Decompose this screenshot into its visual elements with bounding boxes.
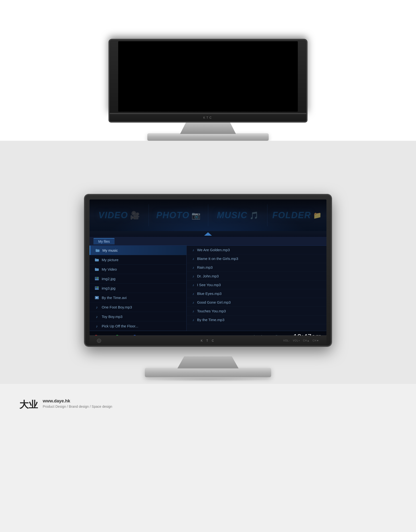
svg-rect-2 <box>96 249 97 250</box>
file-name-my-video: My Video <box>102 267 117 271</box>
nav-tabs-bar: VIDEO 🎥 PHOTO 📷 MUSIC 🎵 <box>90 200 326 231</box>
vol-minus-label: VOL- <box>283 339 290 342</box>
music-item-2[interactable]: ♪ Rain.mp3 <box>187 263 326 272</box>
file-name-toyboy: Toy Boy.mp3 <box>102 314 123 319</box>
file-item-my-picture[interactable]: My picture <box>90 255 186 265</box>
folder-tab-icon: 📁 <box>313 211 321 219</box>
music-item-1[interactable]: ♪ Blame It on the Girls.mp3 <box>187 254 326 263</box>
brand-url: www.daye.hk <box>43 399 112 404</box>
browser-content: My music My picture <box>90 246 326 331</box>
video-tab-label: VIDEO <box>99 210 128 220</box>
file-item-bythetimeavi[interactable]: By the Time.avi <box>90 293 186 302</box>
music-file-icon-3: ♪ <box>95 323 99 328</box>
music-note-icon-3: ♪ <box>192 274 194 278</box>
vol-plus-label: VOL+ <box>293 339 300 342</box>
brand-info: www.daye.hk Product Design / Brand desig… <box>43 399 112 408</box>
tv-bezel-bottom: K T C VOL- VOL+ CH▲ CH▼ <box>90 335 326 346</box>
music-name-3: Dr. John.mp3 <box>197 274 219 278</box>
svg-rect-4 <box>95 258 96 259</box>
stand-shadow <box>140 377 276 381</box>
folder-icon-video <box>95 267 99 272</box>
music-name-0: We Are Golden.mp3 <box>197 248 230 252</box>
file-item-pickup[interactable]: ♪ Pick Up Off the Floor... <box>90 321 186 331</box>
music-name-5: Blue Eyes.mp3 <box>197 292 222 296</box>
video-file-icon <box>95 295 99 300</box>
music-note-icon-0: ♪ <box>192 248 194 252</box>
file-item-img2[interactable]: img2.jpg <box>90 274 186 284</box>
ch-up-label: CH▲ <box>303 339 310 342</box>
folder-icon-music <box>95 248 100 253</box>
music-item-6[interactable]: ♪ Good Gone Girl.mp3 <box>187 298 326 307</box>
photo-tab-label: PHOTO <box>156 210 189 220</box>
music-note-icon-8: ♪ <box>192 318 194 322</box>
stand-base <box>145 368 271 377</box>
file-item-onefootboy[interactable]: ♪ One Foot Boy.mp3 <box>90 302 186 312</box>
folder-icon-picture <box>95 257 99 262</box>
stand-neck <box>174 356 242 368</box>
file-list-panel[interactable]: My music My picture <box>90 246 187 331</box>
ch-down-label: CH▼ <box>312 339 319 342</box>
file-item-img3[interactable]: img3.jpg <box>90 284 186 293</box>
file-name-onefootboy: One Foot Boy.mp3 <box>102 305 132 309</box>
image-icon-img3 <box>95 286 99 291</box>
time-display: 12:47am <box>293 333 321 336</box>
clock-section: Wednesday April 4 2012 12:47am <box>248 333 321 336</box>
tv-screen[interactable]: VIDEO 🎥 PHOTO 📷 MUSIC 🎵 <box>90 200 326 335</box>
tab-music[interactable]: MUSIC 🎵 <box>208 200 267 231</box>
music-item-8[interactable]: ♪ By the Time.mp3 <box>187 315 326 324</box>
file-item-my-video[interactable]: My Video <box>90 265 186 274</box>
music-file-icon-2: ♪ <box>95 314 99 319</box>
tv-ui-section: VIDEO 🎥 PHOTO 📷 MUSIC 🎵 <box>0 194 416 356</box>
logo-characters: 大业 <box>19 399 38 411</box>
image-icon-img2 <box>95 276 99 281</box>
tab-photo[interactable]: PHOTO 📷 <box>149 200 208 231</box>
music-tab-icon: 🎵 <box>249 211 258 220</box>
music-note-icon-2: ♪ <box>192 266 194 269</box>
breadcrumb-tab: My files <box>94 238 114 244</box>
tv-stand-section <box>0 356 416 384</box>
svg-rect-6 <box>95 268 96 269</box>
svg-rect-5 <box>95 268 99 271</box>
svg-point-9 <box>97 277 98 278</box>
photo-tab-icon: 📷 <box>191 211 200 220</box>
chevron-up-icon <box>204 232 212 236</box>
video-tab-icon: 🎥 <box>130 211 140 220</box>
svg-point-12 <box>97 287 98 288</box>
bottom-control-bar: usblist sort help Wednesday April 4 2012… <box>90 331 326 335</box>
breadcrumb-bar: My files <box>90 237 326 246</box>
music-tab-label: MUSIC <box>217 210 247 220</box>
tab-folder[interactable]: FOLDER 📁 <box>267 200 326 231</box>
folder-tab-label: FOLDER <box>272 210 311 220</box>
tab-video[interactable]: VIDEO 🎥 <box>90 200 149 231</box>
music-item-4[interactable]: ♪ I See You.mp3 <box>187 281 326 289</box>
music-name-1: Blame It on the Girls.mp3 <box>197 256 238 261</box>
music-note-icon-1: ♪ <box>192 257 194 261</box>
music-item-5[interactable]: ♪ Blue Eyes.mp3 <box>187 289 326 298</box>
power-button[interactable] <box>97 339 101 343</box>
file-name-bythetime-avi: By the Time.avi <box>102 296 127 300</box>
file-name-img2: img2.jpg <box>102 277 115 281</box>
file-browser: My files My music <box>90 237 326 331</box>
music-item-0[interactable]: ♪ We Are Golden.mp3 <box>187 246 326 254</box>
music-item-7[interactable]: ♪ Touches You.mp3 <box>187 307 326 315</box>
music-name-6: Good Gone Girl.mp3 <box>197 300 231 304</box>
tv-controls-right: VOL- VOL+ CH▲ CH▼ <box>283 339 319 342</box>
brand-tagline: Product Design / Brand design / Space de… <box>43 405 112 408</box>
chevron-bar <box>90 231 326 237</box>
tv-outer-frame: VIDEO 🎥 PHOTO 📷 MUSIC 🎵 <box>84 194 332 347</box>
bottom-branding: 大业 www.daye.hk Product Design / Brand de… <box>0 384 416 421</box>
music-name-4: I See You.mp3 <box>197 283 221 287</box>
music-list-panel: ♪ We Are Golden.mp3 ♪ Blame It on the Gi… <box>187 246 326 331</box>
middle-section <box>0 141 416 194</box>
music-item-3[interactable]: ♪ Dr. John.mp3 <box>187 272 326 281</box>
file-item-toyboy[interactable]: ♪ Toy Boy.mp3 <box>90 312 186 321</box>
file-item-my-music[interactable]: My music <box>90 246 186 255</box>
music-note-icon-6: ♪ <box>192 300 194 304</box>
music-file-icon-1: ♪ <box>95 304 99 309</box>
music-note-icon-7: ♪ <box>192 309 194 313</box>
music-note-icon-4: ♪ <box>192 283 194 287</box>
brand-logo: 大业 <box>19 399 38 411</box>
music-name-2: Rain.mp3 <box>197 265 213 269</box>
svg-rect-3 <box>95 259 99 261</box>
file-name-my-music: My music <box>103 248 118 252</box>
